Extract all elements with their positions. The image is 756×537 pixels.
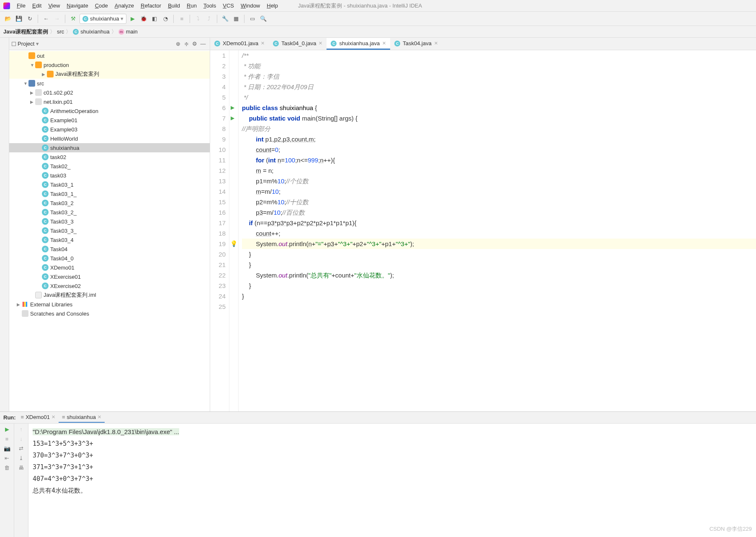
hide-icon[interactable]: — (199, 40, 207, 48)
up-icon[interactable]: ↑ (20, 426, 23, 432)
target-icon[interactable]: ⊕ (174, 40, 182, 48)
wrench-icon[interactable]: 🔧 (221, 14, 230, 23)
open-icon[interactable]: 📂 (3, 14, 13, 23)
menu-window[interactable]: Window (237, 3, 263, 9)
menu-run[interactable]: Run (183, 3, 200, 9)
close-icon[interactable]: ✕ (434, 41, 438, 46)
editor-tab[interactable]: CXDemo01.java✕ (210, 38, 269, 50)
back-icon[interactable]: ← (41, 14, 51, 23)
menu-analyze[interactable]: Analyze (111, 3, 137, 9)
tree-item[interactable]: CTask03_1_ (9, 189, 210, 198)
tree-item[interactable]: CTask04 (9, 244, 210, 254)
profile-icon[interactable]: ◔ (161, 14, 170, 23)
tree-item[interactable]: Cshuixianhua (9, 143, 210, 152)
tree-item[interactable]: ▶c01.s02.p02 (9, 88, 210, 97)
tree-item[interactable]: CTask04_0 (9, 254, 210, 263)
print-icon[interactable]: 🖶 (18, 465, 24, 471)
tree-item[interactable]: CTask03_1 (9, 180, 210, 189)
menu-navigate[interactable]: Navigate (63, 3, 91, 9)
tree-item[interactable]: CExample03 (9, 125, 210, 134)
window-title: Java课程配套案例 - shuixianhua.java - IntelliJ… (298, 2, 422, 10)
tree-item[interactable]: CTask03_4 (9, 235, 210, 244)
trash-icon[interactable]: 🗑 (4, 465, 10, 471)
editor-tab[interactable]: Cshuixianhua.java✕ (327, 38, 390, 50)
git2-icon[interactable]: ⤴ (204, 14, 213, 23)
tree-item[interactable]: ▼production (9, 60, 210, 69)
gear-icon[interactable]: ⚙ (190, 40, 199, 48)
save-icon[interactable]: 💾 (14, 14, 23, 23)
project-title[interactable]: Project (18, 41, 34, 47)
tree-item[interactable]: CArithmeticOperation (9, 106, 210, 116)
tree-item[interactable]: ▶net.lixin.p01 (9, 97, 210, 106)
tree-item[interactable]: CHellloWorld (9, 134, 210, 143)
menu-refactor[interactable]: Refactor (137, 3, 165, 9)
chevron-down-icon: ▾ (121, 15, 123, 22)
run-tab[interactable]: ≡XDemo01✕ (18, 413, 59, 423)
debug-icon[interactable]: 🐞 (139, 14, 148, 23)
tree-item[interactable]: CTask03_3_ (9, 226, 210, 235)
code-editor[interactable]: /** * 功能 * 作者：李信 * 日期：2022年04月09日 */publ… (239, 50, 756, 411)
menu-tools[interactable]: Tools (200, 3, 219, 9)
run-output[interactable]: "D:\Program Files\Java\jdk1.8.0_231\bin\… (28, 424, 756, 537)
search-icon[interactable]: 🔍 (259, 14, 268, 23)
tree-item[interactable]: out (9, 51, 210, 60)
run-icon[interactable]: ▶ (128, 14, 137, 23)
tree-item[interactable]: CXExercise01 (9, 272, 210, 281)
camera-icon[interactable]: 📷 (4, 445, 10, 452)
tree-item[interactable]: CTask03_2 (9, 198, 210, 208)
tree-item[interactable]: CExample01 (9, 116, 210, 125)
bc-method[interactable]: main (126, 28, 138, 35)
editor-tab[interactable]: CTask04.java✕ (390, 38, 442, 50)
menu-edit[interactable]: Edit (29, 3, 45, 9)
project-tree[interactable]: out▼production▶Java课程配套案列▼src▶c01.s02.p0… (9, 50, 210, 411)
run-gutter-icon[interactable]: ▶ (231, 113, 234, 123)
tree-item[interactable]: ▼src (9, 79, 210, 88)
project-view-icon[interactable] (12, 42, 16, 46)
bc-class[interactable]: shuixianhua (80, 28, 109, 35)
menu-help[interactable]: Help (263, 3, 281, 9)
structure-icon[interactable]: ▦ (231, 14, 241, 23)
menu-file[interactable]: File (13, 3, 29, 9)
run-config-select[interactable]: C shuixianhua ▾ (80, 14, 126, 24)
bc-project[interactable]: Java课程配套案例 (3, 28, 48, 36)
run-label: Run: (3, 414, 16, 421)
tree-item[interactable]: CXExercise02 (9, 281, 210, 290)
tree-item[interactable]: CTask03_2_ (9, 208, 210, 217)
avd-icon[interactable]: ▭ (248, 14, 257, 23)
wrap-icon[interactable]: ⇄ (19, 445, 23, 452)
menu-code[interactable]: Code (92, 3, 111, 9)
tree-item[interactable]: ▶Java课程配套案列 (9, 69, 210, 79)
close-icon[interactable]: ✕ (261, 41, 265, 46)
close-icon[interactable]: ✕ (319, 41, 322, 46)
bulb-icon[interactable]: 💡 (230, 239, 237, 249)
close-icon[interactable]: ✕ (382, 41, 386, 46)
scroll-icon[interactable]: ⤓ (19, 455, 23, 461)
tree-item[interactable]: CTask03_3 (9, 217, 210, 226)
tree-item[interactable]: Ctask03 (9, 171, 210, 180)
git-icon[interactable]: ⤵ (193, 14, 203, 23)
tree-item[interactable]: Java课程配套案列.iml (9, 290, 210, 300)
collapse-icon[interactable]: ≑ (182, 40, 190, 48)
menu-build[interactable]: Build (165, 3, 183, 9)
tree-item[interactable]: ▶External Libraries (9, 300, 210, 309)
menu-vcs[interactable]: VCS (219, 3, 237, 9)
hammer-icon[interactable]: ⚒ (69, 14, 78, 23)
stop-icon[interactable]: ■ (5, 436, 9, 442)
stop-icon[interactable]: ■ (177, 14, 186, 23)
tree-item[interactable]: CTask02_ (9, 162, 210, 171)
refresh-icon[interactable]: ↻ (25, 14, 34, 23)
chevron-down-icon[interactable]: ▾ (36, 41, 39, 47)
run-tab[interactable]: ≡shuixianhua✕ (59, 413, 105, 423)
menu-view[interactable]: View (45, 3, 63, 9)
coverage-icon[interactable]: ◧ (150, 14, 159, 23)
tree-item[interactable]: Scratches and Consoles (9, 309, 210, 318)
run-gutter-icon[interactable]: ▶ (231, 103, 234, 113)
exit-icon[interactable]: ⇤ (5, 455, 9, 461)
tree-item[interactable]: Ctask02 (9, 152, 210, 162)
forward-icon[interactable]: → (52, 14, 62, 23)
editor-tab[interactable]: CTask04_0.java✕ (269, 38, 327, 50)
down-icon[interactable]: ↓ (20, 436, 23, 442)
rerun-icon[interactable]: ▶ (5, 426, 9, 432)
tree-item[interactable]: CXDemo01 (9, 263, 210, 272)
bc-src[interactable]: src (57, 28, 64, 35)
